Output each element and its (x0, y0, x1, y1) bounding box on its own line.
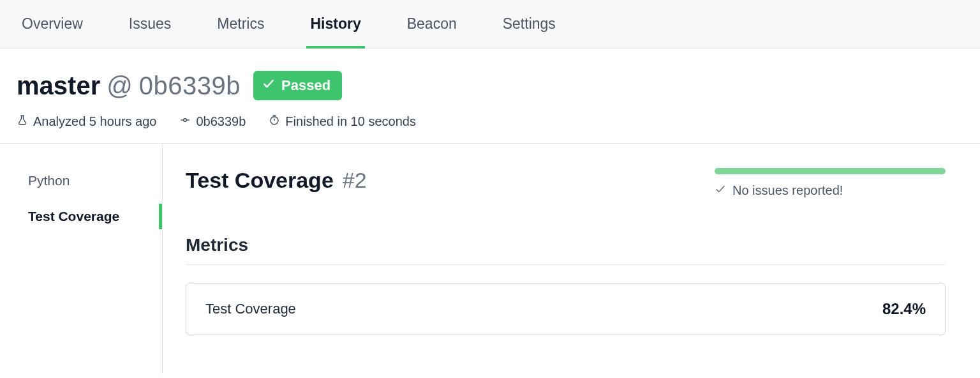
metrics-heading: Metrics (186, 235, 946, 265)
run-number: #2 (343, 168, 367, 193)
tab-history[interactable]: History (310, 0, 360, 49)
svg-point-0 (184, 119, 187, 122)
issues-summary: No issues reported! (715, 168, 946, 198)
run-meta: Analyzed 5 hours ago 0b6339b Finished in… (17, 114, 963, 129)
stopwatch-icon (269, 114, 280, 129)
issues-summary-text: No issues reported! (732, 183, 843, 198)
meta-duration: Finished in 10 seconds (269, 114, 416, 129)
run-header: master @ 0b6339b Passed Analyzed 5 hours… (0, 49, 980, 144)
metric-card-test-coverage[interactable]: Test Coverage 82.4% (186, 283, 946, 335)
git-commit-icon (179, 114, 191, 129)
progress-bar (715, 168, 946, 174)
tab-issues[interactable]: Issues (129, 0, 171, 49)
page-title: Test Coverage #2 (186, 168, 367, 193)
branch-name: master (17, 72, 100, 100)
metric-label: Test Coverage (205, 301, 296, 317)
check-icon (715, 183, 726, 198)
branch-sha-title: master @ 0b6339b (17, 72, 241, 100)
commit-sha[interactable]: 0b6339b (139, 72, 241, 100)
tab-beacon[interactable]: Beacon (407, 0, 457, 49)
tab-bar: Overview Issues Metrics History Beacon S… (0, 0, 980, 49)
tab-overview[interactable]: Overview (22, 0, 83, 49)
meta-analyzed: Analyzed 5 hours ago (17, 114, 156, 129)
flask-icon (17, 114, 28, 129)
page-title-text: Test Coverage (186, 168, 334, 193)
meta-analyzed-text: Analyzed 5 hours ago (33, 114, 156, 129)
tab-settings[interactable]: Settings (503, 0, 556, 49)
meta-duration-text: Finished in 10 seconds (285, 114, 416, 129)
status-badge-passed: Passed (253, 71, 342, 100)
meta-commit[interactable]: 0b6339b (179, 114, 246, 129)
sidebar-item-test-coverage[interactable]: Test Coverage (0, 199, 162, 234)
sidebar: Python Test Coverage (0, 144, 163, 374)
at-separator: @ (107, 72, 133, 100)
meta-commit-text: 0b6339b (196, 114, 246, 129)
sidebar-item-python[interactable]: Python (0, 163, 162, 199)
check-icon (262, 77, 275, 94)
main-panel: Test Coverage #2 No issues reported! Met… (163, 144, 980, 374)
metric-value: 82.4% (882, 300, 926, 318)
tab-metrics[interactable]: Metrics (217, 0, 264, 49)
status-badge-label: Passed (281, 77, 330, 94)
